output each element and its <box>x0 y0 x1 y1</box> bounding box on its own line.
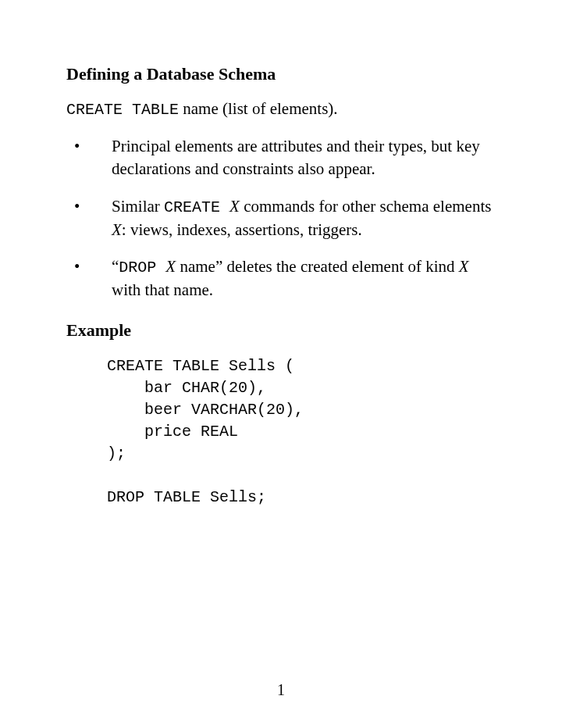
bullet-content: “DROP X name” deletes the created elemen… <box>112 257 469 299</box>
bullet-content: Similar CREATE X commands for other sche… <box>112 197 491 239</box>
list-item: • Principal elements are attributes and … <box>66 135 496 181</box>
create-table-keyword: CREATE TABLE <box>66 101 179 119</box>
bullet-icon: • <box>74 135 80 158</box>
intro-text: name (list of elements). <box>179 99 338 118</box>
intro-line: CREATE TABLE name (list of elements). <box>66 98 496 121</box>
list-item: • “DROP X name” deletes the created elem… <box>66 255 496 302</box>
bullet-content: Principal elements are attributes and th… <box>112 137 480 178</box>
bullet-icon: • <box>74 255 80 278</box>
bullet-icon: • <box>74 195 80 218</box>
code-example: CREATE TABLE Sells ( bar CHAR(20), beer … <box>107 355 496 509</box>
section-heading: Defining a Database Schema <box>66 62 496 87</box>
example-heading: Example <box>66 319 496 343</box>
bullet-list: • Principal elements are attributes and … <box>66 135 496 302</box>
page-number: 1 <box>0 679 562 701</box>
list-item: • Similar CREATE X commands for other sc… <box>66 195 496 241</box>
